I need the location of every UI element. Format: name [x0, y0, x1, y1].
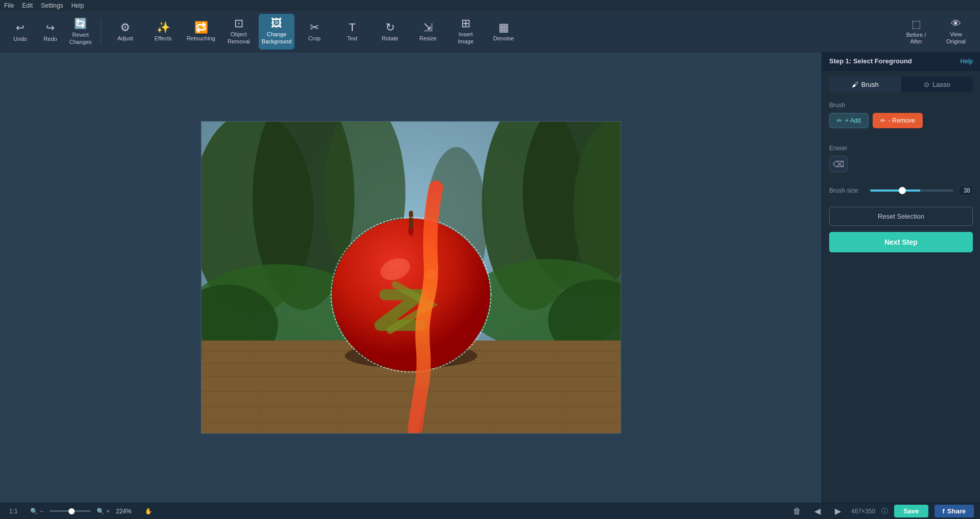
revert-button[interactable]: 🔄 RevertChanges: [66, 14, 95, 50]
panel-title: Step 1: Select Foreground: [829, 57, 912, 65]
share-button[interactable]: f Share: [935, 505, 974, 517]
right-toolbar: ⬚ Before /After 👁 ViewOriginal: [898, 16, 974, 47]
effects-icon: ✨: [156, 22, 170, 33]
undo-redo-group: ↩ Undo ↪ Redo 🔄 RevertChanges: [6, 14, 95, 50]
text-label: Text: [347, 35, 357, 41]
svg-rect-26: [409, 210, 413, 228]
rotate-button[interactable]: ↻ Rotate: [372, 14, 408, 50]
object-removal-button[interactable]: ⊡ ObjectRemoval: [221, 14, 257, 50]
eraser-section-label: Eraser: [829, 145, 973, 152]
eraser-icon: ⌫: [833, 159, 845, 169]
delete-button[interactable]: 🗑: [790, 505, 804, 517]
tab-brush[interactable]: 🖌 Brush: [829, 77, 901, 92]
text-button[interactable]: T Text: [334, 14, 370, 50]
toolbar: ↩ Undo ↪ Redo 🔄 RevertChanges ⚙ Adjust ✨…: [0, 11, 980, 52]
zoom-in-icon: 🔍: [97, 508, 104, 515]
crop-button[interactable]: ✂ Crop: [297, 14, 332, 50]
lasso-tab-icon: ⊙: [924, 81, 929, 88]
denoise-icon: ▦: [498, 22, 509, 33]
ratio-label: 1:1: [9, 508, 18, 515]
undo-label: Undo: [13, 36, 27, 42]
change-background-button[interactable]: 🖼 ChangeBackground: [259, 14, 294, 50]
menu-edit[interactable]: Edit: [22, 2, 33, 9]
zoom-plus-label: +: [106, 508, 110, 515]
brush-size-slider[interactable]: [870, 190, 953, 192]
rotate-label: Rotate: [382, 35, 398, 41]
info-icon[interactable]: ⓘ: [881, 507, 888, 516]
retouching-icon: 🔁: [194, 22, 208, 33]
brush-tab-icon: 🖌: [852, 81, 858, 88]
brush-remove-icon: ✏: [880, 117, 885, 124]
resize-label: Resize: [419, 35, 437, 41]
reset-selection-button[interactable]: Reset Selection: [829, 207, 973, 226]
main-content: Step 1: Select Foreground Help 🖌 Brush ⊙…: [0, 52, 980, 503]
share-icon: f: [943, 507, 945, 515]
hand-icon: ✋: [145, 508, 152, 515]
menubar: File Edit Settings Help: [0, 0, 980, 11]
zoom-minus-label: −: [40, 508, 43, 515]
insert-image-icon: ⊞: [461, 18, 470, 29]
view-original-icon: 👁: [951, 18, 961, 30]
zoom-out-button[interactable]: 🔍 −: [27, 506, 47, 516]
revert-label: RevertChanges: [69, 32, 92, 45]
brush-add-button[interactable]: ✏ + Add: [829, 113, 869, 128]
tab-lasso[interactable]: ⊙ Lasso: [901, 77, 973, 92]
before-after-icon: ⬚: [911, 18, 921, 30]
change-background-label: ChangeBackground: [262, 31, 292, 44]
revert-icon: 🔄: [74, 17, 87, 30]
zoom-out-icon: 🔍: [30, 508, 38, 515]
toolbar-divider-1: [101, 19, 101, 44]
brush-remove-button[interactable]: ✏ - Remove: [873, 113, 923, 128]
zoom-controls: 🔍 − 🔍 + 224%: [27, 506, 135, 516]
tool-tabs: 🖌 Brush ⊙ Lasso: [829, 77, 973, 92]
denoise-button[interactable]: ▦ Denoise: [486, 14, 521, 50]
hand-tool-button[interactable]: ✋: [142, 506, 155, 516]
share-label: Share: [947, 507, 966, 515]
object-removal-icon: ⊡: [234, 18, 243, 29]
brush-type-row: ✏ + Add ✏ - Remove: [829, 113, 973, 128]
zoom-in-button[interactable]: 🔍 +: [94, 506, 113, 516]
effects-label: Effects: [154, 35, 171, 41]
menu-settings[interactable]: Settings: [41, 2, 63, 9]
save-button[interactable]: Save: [894, 505, 928, 517]
resize-button[interactable]: ⇲ Resize: [410, 14, 446, 50]
eraser-section: Eraser ⌫: [822, 139, 980, 177]
redo-label: Redo: [43, 36, 57, 42]
adjust-label: Adjust: [118, 35, 133, 41]
canvas-area[interactable]: [0, 52, 822, 503]
dimensions-label: 467×350: [851, 508, 875, 515]
effects-button[interactable]: ✨ Effects: [145, 14, 181, 50]
zoom-slider[interactable]: [50, 510, 90, 512]
ratio-button[interactable]: 1:1: [6, 506, 21, 516]
panel-header: Step 1: Select Foreground Help: [822, 52, 980, 70]
denoise-label: Denoise: [493, 35, 514, 41]
next-button[interactable]: ▶: [831, 505, 845, 517]
retouching-label: Retouching: [187, 35, 215, 41]
next-step-button[interactable]: Next Step: [829, 232, 973, 252]
text-icon: T: [349, 22, 355, 33]
redo-icon: ↪: [46, 21, 55, 34]
canvas-container: [201, 121, 621, 434]
status-right: 🗑 ◀ ▶ 467×350 ⓘ Save f Share: [790, 505, 974, 517]
canvas-svg: [201, 122, 621, 433]
view-original-label: ViewOriginal: [946, 31, 966, 44]
brush-size-section: Brush size: 38: [822, 177, 980, 201]
brush-section-label: Brush: [829, 102, 973, 109]
insert-image-button[interactable]: ⊞ InsertImage: [448, 14, 484, 50]
statusbar: 1:1 🔍 − 🔍 + 224% ✋ 🗑 ◀ ▶ 467×350 ⓘ Save …: [0, 503, 980, 519]
before-after-button[interactable]: ⬚ Before /After: [898, 16, 934, 47]
prev-button[interactable]: ◀: [810, 505, 825, 517]
view-original-button[interactable]: 👁 ViewOriginal: [938, 16, 974, 47]
retouching-button[interactable]: 🔁 Retouching: [183, 14, 219, 50]
brush-size-row: Brush size: 38: [829, 185, 973, 196]
brush-size-value: 38: [959, 185, 973, 196]
adjust-button[interactable]: ⚙ Adjust: [107, 14, 143, 50]
undo-button[interactable]: ↩ Undo: [6, 14, 34, 50]
brush-add-label: + Add: [845, 117, 861, 124]
eraser-button[interactable]: ⌫: [829, 156, 848, 172]
redo-button[interactable]: ↪ Redo: [36, 14, 64, 50]
adjust-icon: ⚙: [120, 22, 130, 33]
panel-help-link[interactable]: Help: [960, 58, 973, 65]
menu-file[interactable]: File: [4, 2, 14, 9]
menu-help[interactable]: Help: [71, 2, 84, 9]
